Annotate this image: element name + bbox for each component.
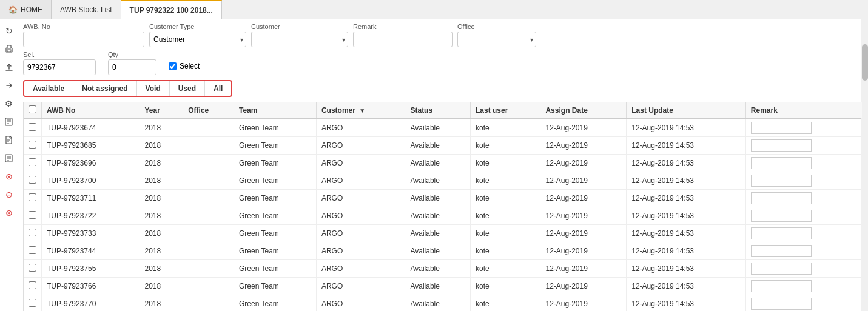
row-checkbox-6[interactable] [29, 229, 36, 236]
office-select[interactable]: All [457, 32, 536, 47]
row-check-0[interactable] [24, 119, 42, 137]
row-remark-input-0[interactable] [751, 122, 812, 134]
row-check-9[interactable] [24, 278, 42, 295]
row-remark-8[interactable] [745, 260, 862, 278]
col-last-update[interactable]: Last Update [627, 102, 746, 119]
row-checkbox-2[interactable] [29, 158, 36, 166]
row-last-user-1: kote [470, 137, 540, 155]
scrollbar[interactable] [861, 19, 868, 311]
row-remark-input-5[interactable] [751, 210, 812, 222]
row-customer-9: ARGO [316, 278, 405, 295]
row-remark-2[interactable] [745, 155, 862, 172]
sel-input[interactable] [23, 59, 96, 75]
print-button[interactable] [1, 41, 17, 57]
tab-void[interactable]: Void [137, 81, 170, 96]
row-remark-input-10[interactable] [751, 298, 812, 310]
select-checkbox[interactable] [169, 62, 177, 70]
customer-select[interactable]: ARGO [251, 32, 348, 47]
row-check-10[interactable] [24, 295, 42, 312]
col-office[interactable]: Office [183, 102, 234, 119]
file1-button[interactable] [1, 114, 17, 130]
row-remark-input-3[interactable] [751, 175, 812, 187]
file3-button[interactable] [1, 150, 17, 166]
row-check-1[interactable] [24, 137, 42, 155]
col-remark[interactable]: Remark [745, 102, 862, 119]
refresh-button[interactable]: ↻ [1, 23, 17, 39]
info-button[interactable]: ⊗ [1, 205, 17, 221]
row-office-6 [183, 225, 234, 242]
row-remark-input-4[interactable] [751, 192, 812, 204]
select-all-checkbox[interactable] [29, 105, 36, 113]
tab-all[interactable]: All [205, 81, 231, 96]
row-office-5 [183, 207, 234, 225]
settings-button[interactable]: ⚙ [1, 96, 17, 112]
row-remark-5[interactable] [745, 207, 862, 225]
row-checkbox-4[interactable] [29, 193, 36, 201]
row-check-2[interactable] [24, 155, 42, 172]
select-checkbox-label[interactable]: Select [169, 62, 200, 70]
row-check-4[interactable] [24, 190, 42, 207]
row-assign-date-3: 12-Aug-2019 [540, 172, 627, 190]
upload-button[interactable] [1, 59, 17, 75]
row-remark-input-2[interactable] [751, 157, 812, 169]
tab-not-assigned[interactable]: Not assigned [73, 81, 136, 96]
row-remark-input-7[interactable] [751, 245, 812, 257]
row-checkbox-9[interactable] [29, 281, 36, 289]
col-team[interactable]: Team [234, 102, 317, 119]
row-checkbox-1[interactable] [29, 141, 36, 149]
row-checkbox-8[interactable] [29, 264, 36, 272]
row-remark-0[interactable] [745, 119, 862, 137]
tab-awb-stock-list[interactable]: AWB Stock. List [52, 0, 121, 19]
qty-input[interactable] [108, 59, 156, 75]
remove-button[interactable]: ⊖ [1, 187, 17, 202]
row-remark-6[interactable] [745, 225, 862, 242]
office-select-wrapper: All [457, 32, 536, 47]
row-team-5: Green Team [234, 207, 317, 225]
row-year-6: 2018 [140, 225, 183, 242]
row-checkbox-3[interactable] [29, 176, 36, 184]
row-customer-7: ARGO [316, 242, 405, 260]
row-remark-4[interactable] [745, 190, 862, 207]
tab-used[interactable]: Used [170, 81, 205, 96]
nav-button[interactable] [1, 78, 17, 93]
row-remark-input-9[interactable] [751, 280, 812, 292]
row-checkbox-10[interactable] [29, 299, 36, 307]
row-check-8[interactable] [24, 260, 42, 278]
row-remark-7[interactable] [745, 242, 862, 260]
file2-button[interactable] [1, 132, 17, 148]
col-last-user[interactable]: Last user [470, 102, 540, 119]
awb-no-input[interactable] [23, 32, 144, 47]
row-remark-input-6[interactable] [751, 227, 812, 239]
row-checkbox-5[interactable] [29, 211, 36, 219]
row-office-4 [183, 190, 234, 207]
row-remark-9[interactable] [745, 278, 862, 295]
col-awb-no[interactable]: AWB No [42, 102, 140, 119]
row-check-3[interactable] [24, 172, 42, 190]
row-check-7[interactable] [24, 242, 42, 260]
row-team-3: Green Team [234, 172, 317, 190]
col-customer[interactable]: Customer ▼ [316, 102, 405, 119]
remark-input[interactable] [353, 32, 453, 47]
customer-label: Customer [251, 23, 348, 30]
col-check[interactable] [24, 102, 42, 119]
row-customer-5: ARGO [316, 207, 405, 225]
row-remark-10[interactable] [745, 295, 862, 312]
tab-home[interactable]: 🏠 HOME [0, 0, 52, 19]
cancel-button[interactable]: ⊗ [1, 169, 17, 184]
col-year[interactable]: Year [140, 102, 183, 119]
row-check-6[interactable] [24, 225, 42, 242]
row-check-5[interactable] [24, 207, 42, 225]
row-remark-input-1[interactable] [751, 139, 812, 152]
row-remark-3[interactable] [745, 172, 862, 190]
customer-type-select[interactable]: Customer Agent Other [149, 32, 246, 47]
scrollbar-thumb[interactable] [862, 44, 868, 81]
tab-available[interactable]: Available [24, 81, 73, 96]
tab-tup[interactable]: TUP 9792322 100 2018... [121, 0, 222, 19]
col-assign-date[interactable]: Assign Date [540, 102, 627, 119]
row-awb-no-7: TUP-97923744 [42, 242, 140, 260]
row-checkbox-7[interactable] [29, 246, 36, 254]
row-checkbox-0[interactable] [29, 123, 36, 131]
row-remark-input-8[interactable] [751, 263, 812, 275]
col-status[interactable]: Status [405, 102, 471, 119]
row-remark-1[interactable] [745, 137, 862, 155]
